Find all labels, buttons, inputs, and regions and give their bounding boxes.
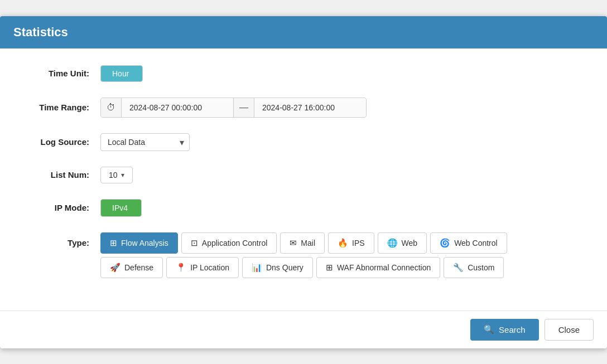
type-btn-dns-query[interactable]: 📊 Dns Query (242, 257, 313, 278)
time-range-start-input[interactable] (122, 99, 233, 117)
application-control-icon: ⊡ (191, 238, 198, 248)
custom-icon: 🔧 (453, 263, 464, 273)
web-control-label: Web Control (454, 239, 498, 247)
log-source-select-wrapper: Local Data Remote Data (100, 133, 190, 151)
list-num-value: 10 (109, 171, 118, 179)
mail-label: Mail (301, 239, 315, 247)
type-label: Type: (22, 232, 100, 247)
time-unit-label: Time Unit: (22, 69, 100, 78)
type-btn-waf-abnormal[interactable]: ⊞ WAF Abnormal Connection (316, 257, 440, 278)
modal-title: Statistics (13, 25, 68, 39)
modal-footer: 🔍 Search Close (0, 310, 607, 348)
defense-label: Defense (124, 263, 153, 272)
time-range-label: Time Range: (22, 103, 100, 112)
type-btn-ips[interactable]: 🔥 IPS (328, 232, 374, 254)
search-icon: 🔍 (484, 324, 494, 334)
type-btn-web[interactable]: 🌐 Web (378, 232, 427, 254)
type-btn-flow-analysis[interactable]: ⊞ Flow Analysis (100, 232, 178, 254)
type-btn-ip-location[interactable]: 📍 IP Location (166, 257, 239, 278)
application-control-label: Application Control (202, 239, 268, 247)
ips-icon: 🔥 (338, 238, 348, 248)
close-label: Close (558, 325, 580, 334)
type-btn-web-control[interactable]: 🌀 Web Control (430, 232, 507, 254)
web-label: Web (402, 239, 418, 247)
flow-analysis-label: Flow Analysis (121, 239, 168, 247)
log-source-label: Log Source: (22, 137, 100, 147)
type-row-2: 🚀 Defense 📍 IP Location 📊 Dns Query ⊞ WA… (100, 257, 507, 278)
close-button[interactable]: Close (545, 319, 594, 341)
type-grid: ⊞ Flow Analysis ⊡ Application Control ✉ … (100, 232, 507, 278)
time-unit-toggle-group: Hour (100, 65, 143, 82)
list-num-dropdown[interactable]: 10 (100, 167, 133, 183)
time-range-dash: — (233, 98, 254, 117)
search-button[interactable]: 🔍 Search (470, 319, 539, 341)
waf-label: WAF Abnormal Connection (337, 263, 431, 272)
dns-query-icon: 📊 (252, 263, 262, 273)
list-num-row: List Num: 10 (22, 167, 585, 183)
mail-icon: ✉ (290, 238, 297, 248)
type-btn-custom[interactable]: 🔧 Custom (444, 257, 504, 278)
time-unit-hour-btn[interactable]: Hour (101, 66, 140, 81)
type-btn-mail[interactable]: ✉ Mail (280, 232, 325, 254)
ip-location-label: IP Location (190, 263, 229, 272)
ip-mode-indicator (139, 200, 141, 216)
web-control-icon: 🌀 (440, 238, 450, 248)
log-source-select[interactable]: Local Data Remote Data (100, 133, 190, 151)
modal-body: Time Unit: Hour Time Range: ⏱ — Log Sour… (0, 48, 607, 305)
search-label: Search (499, 325, 526, 334)
ip-mode-row: IP Mode: IPv4 (22, 199, 585, 217)
type-row-1: ⊞ Flow Analysis ⊡ Application Control ✉ … (100, 232, 507, 254)
clock-icon: ⏱ (101, 98, 122, 117)
ip-mode-ipv4-btn[interactable]: IPv4 (101, 200, 139, 216)
web-icon: 🌐 (387, 238, 398, 248)
time-unit-row: Time Unit: Hour (22, 65, 585, 82)
time-range-row: Time Range: ⏱ — (22, 98, 585, 118)
custom-label: Custom (468, 263, 494, 272)
time-unit-indicator (140, 66, 142, 81)
statistics-modal: Statistics Time Unit: Hour Time Range: ⏱… (0, 16, 607, 348)
time-range-end-input[interactable] (254, 99, 366, 117)
ips-label: IPS (352, 239, 365, 247)
waf-icon: ⊞ (326, 263, 333, 273)
defense-icon: 🚀 (110, 263, 121, 273)
ip-mode-label: IP Mode: (22, 203, 100, 212)
flow-analysis-icon: ⊞ (110, 238, 117, 248)
list-num-label: List Num: (22, 170, 100, 179)
modal-header: Statistics (0, 16, 607, 48)
type-btn-defense[interactable]: 🚀 Defense (100, 257, 163, 278)
ip-location-icon: 📍 (176, 263, 186, 273)
ip-mode-toggle-group: IPv4 (100, 199, 142, 217)
type-btn-application-control[interactable]: ⊡ Application Control (181, 232, 277, 254)
type-row: Type: ⊞ Flow Analysis ⊡ Application Cont… (22, 232, 585, 278)
dns-query-label: Dns Query (266, 263, 304, 272)
time-range-wrapper: ⏱ — (100, 98, 367, 118)
log-source-row: Log Source: Local Data Remote Data (22, 133, 585, 151)
